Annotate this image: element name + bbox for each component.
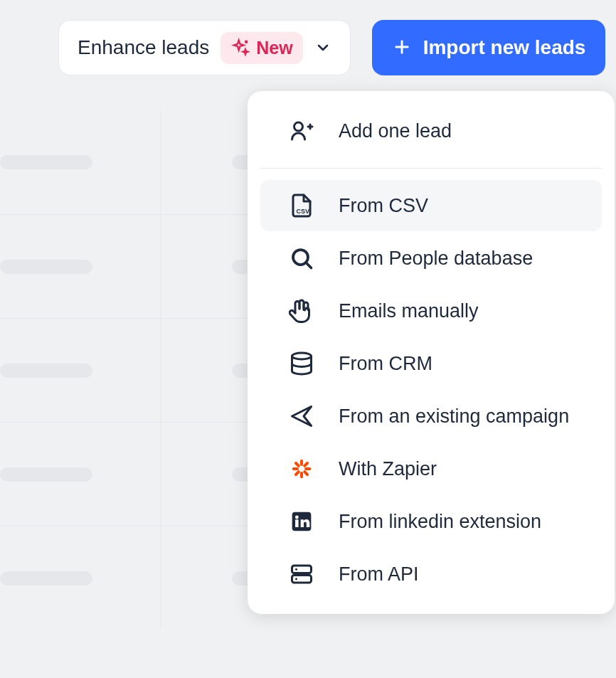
file-csv-icon: CSV [289, 193, 314, 218]
placeholder-bar [0, 467, 92, 482]
svg-point-3 [294, 122, 303, 131]
enhance-leads-label: Enhance leads [78, 36, 209, 59]
svg-point-19 [295, 516, 299, 519]
placeholder-bar [0, 260, 92, 274]
from-csv-item[interactable]: CSV From CSV [260, 180, 602, 231]
new-badge: New [221, 32, 302, 64]
from-linkedin-label: From linkedin extension [339, 511, 541, 533]
new-badge-text: New [256, 38, 292, 58]
from-existing-campaign-label: From an existing campaign [339, 406, 569, 428]
send-icon [289, 403, 314, 429]
placeholder-bar [0, 364, 92, 378]
search-icon [289, 245, 314, 271]
toolbar: Enhance leads New Import new lead [0, 0, 616, 75]
emails-manually-item[interactable]: Emails manually [260, 285, 602, 337]
svg-rect-15 [294, 470, 300, 476]
enhance-leads-button[interactable]: Enhance leads New [58, 20, 351, 75]
add-one-lead-item[interactable]: Add one lead [260, 105, 602, 157]
svg-point-0 [245, 41, 247, 43]
server-icon [289, 561, 314, 587]
import-new-leads-label: Import new leads [423, 36, 586, 59]
add-one-lead-label: Add one lead [339, 120, 452, 142]
svg-rect-13 [304, 467, 311, 470]
hand-icon [289, 298, 314, 324]
placeholder-bar [0, 571, 92, 586]
from-csv-label: From CSV [339, 195, 428, 217]
svg-rect-16 [294, 461, 300, 467]
from-crm-item[interactable]: From CRM [260, 338, 602, 389]
with-zapier-label: With Zapier [339, 458, 437, 480]
svg-rect-20 [295, 519, 299, 527]
import-new-leads-button[interactable]: Import new leads [372, 20, 606, 75]
zapier-icon [289, 456, 314, 482]
sparkle-icon [230, 38, 250, 58]
svg-point-9 [292, 353, 312, 359]
chevron-down-icon [314, 39, 331, 56]
from-linkedin-item[interactable]: From linkedin extension [260, 496, 602, 547]
svg-rect-10 [300, 460, 303, 466]
placeholder-bar [0, 155, 92, 169]
emails-manually-label: Emails manually [339, 300, 479, 322]
import-dropdown: Add one lead CSV From CSV From People da… [248, 91, 615, 614]
plus-icon [392, 37, 412, 59]
linkedin-icon [289, 509, 314, 534]
from-existing-campaign-item[interactable]: From an existing campaign [260, 391, 602, 442]
svg-rect-11 [300, 472, 303, 478]
svg-rect-12 [292, 467, 299, 470]
from-people-database-item[interactable]: From People database [260, 233, 602, 284]
svg-rect-17 [302, 470, 309, 476]
svg-line-8 [306, 263, 312, 268]
from-api-item[interactable]: From API [260, 549, 602, 600]
person-add-icon [289, 118, 314, 144]
database-icon [289, 351, 314, 376]
from-crm-label: From CRM [339, 353, 432, 375]
svg-rect-14 [302, 461, 309, 467]
from-people-database-label: From People database [339, 248, 533, 270]
menu-divider [260, 168, 602, 169]
svg-text:CSV: CSV [297, 208, 310, 215]
svg-rect-22 [292, 576, 312, 583]
from-api-label: From API [339, 563, 419, 586]
svg-rect-21 [292, 566, 312, 573]
with-zapier-item[interactable]: With Zapier [260, 443, 602, 494]
